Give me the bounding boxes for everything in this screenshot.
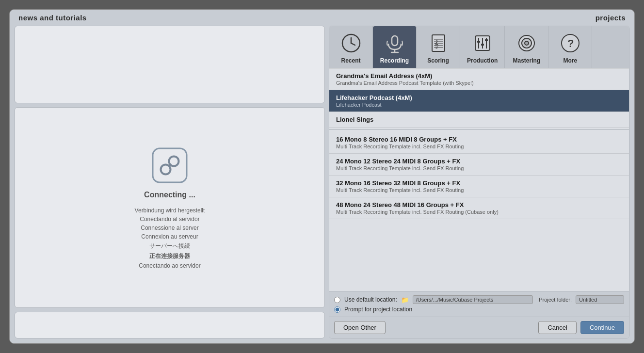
lang-fr: Connexion au serveur (141, 233, 198, 240)
template-t48-name: 48 Mono 24 Stereo 48 MIDI 16 Groups + FX (336, 201, 622, 209)
template-lifehacker-sub: Lifehacker Podcast (336, 102, 622, 108)
tab-scoring-label: Scoring (427, 57, 449, 64)
svg-rect-21 (481, 44, 484, 46)
recent-icon (339, 31, 363, 55)
svg-rect-7 (392, 36, 398, 46)
location-bar: Use default location: 📁 /Users/.../Music… (329, 291, 629, 317)
prompt-location-radio[interactable] (334, 306, 340, 313)
lang-jp: サーバーへ接続 (149, 242, 190, 250)
use-default-row: Use default location: 📁 /Users/.../Music… (334, 295, 624, 304)
connect-languages: Verbindung wird hergestellt Conectando a… (135, 207, 205, 269)
tab-scoring[interactable]: 𝄞 Scoring (417, 26, 460, 68)
action-bar: Open Other Cancel Continue (329, 317, 629, 338)
folder-icon: 📁 (401, 296, 409, 304)
svg-rect-23 (485, 39, 488, 41)
open-other-button[interactable]: Open Other (334, 321, 386, 334)
production-icon (470, 31, 495, 55)
use-default-radio[interactable] (334, 297, 340, 303)
svg-point-26 (525, 41, 529, 45)
template-lionel[interactable]: Lionel Sings (329, 112, 629, 128)
recording-icon (383, 31, 407, 55)
bottom-left-bar (15, 312, 325, 338)
svg-rect-19 (477, 41, 480, 43)
tab-recent-label: Recent (341, 57, 360, 64)
template-lionel-name: Lionel Sings (336, 116, 622, 123)
main-window: news and tutorials projects (9, 9, 635, 344)
connect-icon (150, 146, 189, 185)
right-title: projects (596, 14, 626, 22)
more-icon: ? (558, 31, 582, 55)
tab-recent[interactable]: Recent (329, 26, 373, 68)
template-t24-sub: Multi Track Recording Template incl. Sen… (336, 165, 622, 171)
tab-more-label: More (563, 57, 577, 64)
template-grandma[interactable]: Grandma's Email Address (4xM) Grandma's … (329, 68, 629, 90)
prompt-label: Prompt for project location (344, 306, 412, 313)
template-list[interactable]: Grandma's Email Address (4xM) Grandma's … (329, 68, 629, 291)
news-panel (15, 26, 325, 103)
template-tabs: Recent (329, 26, 629, 68)
tab-recording[interactable]: Recording (373, 26, 417, 68)
template-t32-name: 32 Mono 16 Stereo 32 MIDI 8 Groups + FX (336, 179, 622, 187)
template-t16[interactable]: 16 Mono 8 Stereo 16 MIDI 8 Groups + FX M… (329, 132, 629, 154)
svg-line-6 (351, 43, 355, 45)
title-bar: news and tutorials projects (10, 10, 634, 26)
template-lifehacker[interactable]: Lifehacker Podcast (4xM) Lifehacker Podc… (329, 90, 629, 112)
right-panel: Recent (329, 26, 629, 338)
use-default-label: Use default location: (344, 296, 397, 303)
template-t24-name: 24 Mono 12 Stereo 24 MIDI 8 Groups + FX (336, 158, 622, 165)
template-lifehacker-name: Lifehacker Podcast (4xM) (336, 94, 622, 101)
left-title: news and tutorials (18, 14, 87, 22)
template-t32[interactable]: 32 Mono 16 Stereo 32 MIDI 8 Groups + FX … (329, 176, 629, 197)
lang-cn: 正在连接服务器 (149, 252, 190, 260)
template-t48-sub: Multi Track Recording Template incl. Sen… (336, 209, 622, 215)
mastering-icon (515, 31, 539, 55)
continue-button[interactable]: Continue (580, 321, 624, 334)
template-t24[interactable]: 24 Mono 12 Stereo 24 MIDI 8 Groups + FX … (329, 154, 629, 176)
prompt-row: Prompt for project location (334, 306, 624, 313)
svg-text:𝄞: 𝄞 (434, 39, 438, 49)
tab-more[interactable]: ? More (548, 26, 592, 68)
svg-line-3 (169, 165, 171, 166)
tab-production-label: Production (467, 57, 498, 64)
project-folder-value: Untitled (576, 295, 624, 304)
template-grandma-sub: Grandma's Email Address Podcast Template… (336, 80, 622, 86)
template-t16-name: 16 Mono 8 Stereo 16 MIDI 8 Groups + FX (336, 136, 622, 143)
connect-panel: Connecting ... Verbindung wird hergestel… (15, 107, 325, 308)
scoring-icon: 𝄞 (426, 31, 451, 55)
tab-mastering-label: Mastering (513, 57, 540, 64)
connecting-text: Connecting ... (144, 191, 195, 199)
svg-text:?: ? (567, 37, 574, 49)
left-panel: Connecting ... Verbindung wird hergestel… (15, 26, 325, 338)
lang-pt: Conectando ao servidor (139, 262, 200, 269)
template-t48[interactable]: 48 Mono 24 Stereo 48 MIDI 16 Groups + FX… (329, 197, 629, 219)
tab-mastering[interactable]: Mastering (505, 26, 548, 68)
location-path: /Users/.../Music/Cubase Projects (413, 295, 533, 304)
cancel-button[interactable]: Cancel (538, 321, 576, 334)
content-area: Connecting ... Verbindung wird hergestel… (10, 26, 634, 343)
template-divider (329, 129, 629, 130)
lang-de: Verbindung wird hergestellt (135, 207, 205, 214)
lang-es: Conectando al servidor (140, 216, 199, 223)
tab-recording-label: Recording (380, 57, 409, 64)
project-folder-label: Project folder: (539, 297, 572, 303)
action-right: Cancel Continue (538, 321, 624, 334)
lang-it: Connessione al server (141, 225, 198, 231)
template-t32-sub: Multi Track Recording Template incl. Sen… (336, 187, 622, 193)
template-grandma-name: Grandma's Email Address (4xM) (336, 72, 622, 80)
template-t16-sub: Multi Track Recording Template incl. Sen… (336, 144, 622, 149)
tab-production[interactable]: Production (460, 26, 505, 68)
